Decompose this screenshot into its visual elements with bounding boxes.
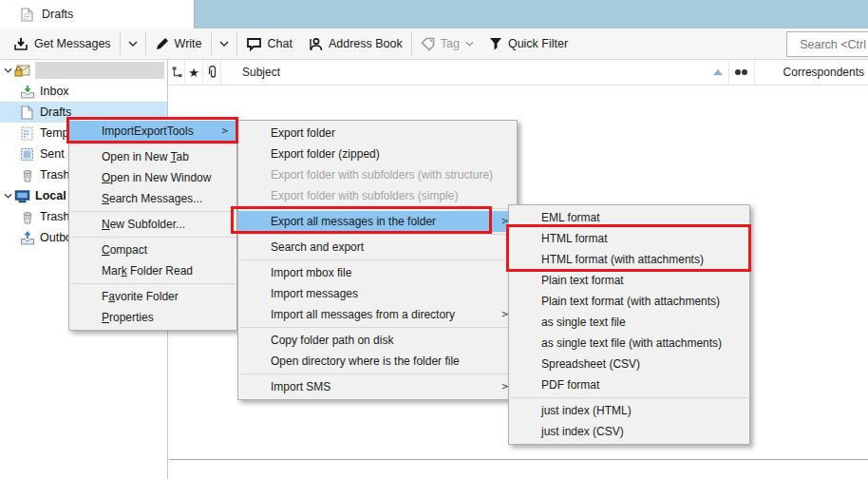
menu-item-compact[interactable]: Compact <box>69 240 236 260</box>
subject-column-label: Subject <box>242 66 280 79</box>
subject-column-header[interactable]: Subject <box>221 60 708 86</box>
starred-column-header[interactable]: ★ <box>185 60 203 86</box>
menu-item-as-single-text-file-with-attachments[interactable]: as single text file (with attachments) <box>509 333 749 354</box>
menu-item-label: Properties <box>102 311 154 324</box>
get-messages-dropdown[interactable] <box>122 31 144 56</box>
folder-label: Inbox <box>40 85 69 98</box>
trash-icon <box>19 209 35 224</box>
menu-item-label: Open in New Window <box>102 171 211 184</box>
correspondents-icon <box>734 68 748 76</box>
menu-item-mark-folder-read[interactable]: Mark Folder Read <box>69 260 236 281</box>
tab-label: Drafts <box>42 8 73 21</box>
chat-bubble-icon <box>246 37 262 51</box>
menu-item-copy-folder-path-on-disk[interactable]: Copy folder path on disk <box>238 330 517 351</box>
menu-item-label: Favorite Folder <box>102 290 179 303</box>
menu-item-import-mbox-file[interactable]: Import mbox file <box>238 262 517 283</box>
quick-filter-label: Quick Filter <box>508 37 568 50</box>
menu-item-new-subfolder[interactable]: New Subfolder... <box>69 214 236 235</box>
toolbar-separator <box>236 32 237 55</box>
menu-item-label: Copy folder path on disk <box>271 334 393 347</box>
menu-item-open-directory-where-is-the-folder-file[interactable]: Open directory where is the folder file <box>238 351 517 372</box>
write-pencil-icon <box>155 37 169 51</box>
drafts-icon <box>19 105 35 120</box>
write-button[interactable]: Write <box>147 31 210 56</box>
correspondents-column-header[interactable]: Correspondents <box>755 66 868 79</box>
tab-document-icon <box>21 8 33 22</box>
chat-label: Chat <box>268 37 292 50</box>
quick-filter-button[interactable]: Quick Filter <box>481 31 576 56</box>
get-messages-button[interactable]: Get Messages <box>6 31 119 56</box>
folder-row-inbox[interactable]: Inbox <box>0 81 167 102</box>
menu-item-pdf-format[interactable]: PDF format <box>509 374 749 395</box>
menu-item-open-in-new-window[interactable]: Open in New Window <box>69 167 236 188</box>
menu-item-label: Mark Folder Read <box>102 264 193 278</box>
importexporttools-submenu: Export folderExport folder (zipped)Expor… <box>237 120 518 400</box>
menu-item-just-index-html[interactable]: just index (HTML) <box>509 400 749 421</box>
menu-item-plain-text-format-with-attachments[interactable]: Plain text format (with attachments) <box>509 291 749 312</box>
paperclip-icon <box>208 66 217 79</box>
menu-item-search-messages[interactable]: Search Messages... <box>69 188 236 209</box>
menu-item-label: Export folder <box>271 126 335 140</box>
menu-item-label: Import mbox file <box>271 266 351 279</box>
expand-chevron-icon[interactable] <box>2 193 14 199</box>
menu-item-open-in-new-tab[interactable]: Open in New Tab <box>69 146 236 167</box>
menu-item-label: Plain text format (with attachments) <box>541 295 720 308</box>
menu-item-label: Import SMS <box>271 380 330 393</box>
expand-chevron-icon[interactable] <box>2 67 14 73</box>
correspondents-column-label: Correspondents <box>783 66 864 79</box>
menu-item-export-folder-with-subfolders-simple: Export folder with subfolders (simple) <box>238 185 517 206</box>
get-messages-icon <box>13 37 28 51</box>
menu-item-label: EML format <box>541 211 600 224</box>
thread-column-header[interactable] <box>169 60 185 86</box>
address-book-button[interactable]: Address Book <box>300 31 410 56</box>
trash-icon <box>19 167 35 182</box>
menu-item-label: Export folder (zipped) <box>271 147 380 161</box>
menu-item-properties[interactable]: Properties <box>69 307 236 328</box>
chevron-down-icon <box>465 41 474 47</box>
menu-item-search-and-export[interactable]: Search and export <box>238 237 517 258</box>
menu-item-export-folder-zipped[interactable]: Export folder (zipped) <box>238 144 517 164</box>
menu-item-label: Compact <box>102 243 147 257</box>
tab-bar: Drafts <box>0 0 868 29</box>
menu-item-spreadsheet-csv[interactable]: Spreadsheet (CSV) <box>509 354 749 374</box>
submenu-arrow-icon: > <box>501 304 508 325</box>
menu-separator <box>239 234 516 235</box>
menu-separator <box>70 237 236 238</box>
menu-item-export-folder-with-subfolders-with-structure: Export folder with subfolders (with stru… <box>238 164 517 185</box>
write-dropdown[interactable] <box>213 31 236 56</box>
folder-label: Trash <box>40 168 70 182</box>
search-input[interactable]: Search <Ctrl <box>786 31 868 57</box>
menu-item-as-single-text-file[interactable]: as single text file <box>509 312 749 333</box>
menu-item-just-index-csv[interactable]: just index (CSV) <box>509 421 749 442</box>
menu-item-label: Spreadsheet (CSV) <box>541 357 640 371</box>
menu-item-import-all-messages-from-a-directory[interactable]: Import all messages from a directory> <box>238 304 517 325</box>
menu-item-plain-text-format[interactable]: Plain text format <box>509 270 749 291</box>
menu-item-export-folder[interactable]: Export folder <box>238 123 517 144</box>
menu-item-import-messages[interactable]: Import messages <box>238 283 517 304</box>
folder-context-menu: ImportExportTools>Open in New TabOpen in… <box>68 118 237 331</box>
toolbar-separator <box>211 32 212 55</box>
thread-list-header: ★ Subject Correspondents <box>169 60 868 86</box>
tab-drafts[interactable]: Drafts <box>0 0 195 29</box>
tag-icon <box>421 37 435 51</box>
menu-item-label: PDF format <box>541 378 599 392</box>
menu-item-label: New Subfolder... <box>102 218 185 231</box>
tag-label: Tag <box>441 37 460 50</box>
account-name-redacted <box>35 62 164 79</box>
folder-label: Trash <box>40 210 70 223</box>
attachment-column-header[interactable] <box>203 60 221 86</box>
menu-item-favorite-folder[interactable]: Favorite Folder <box>69 286 236 307</box>
account-row[interactable] <box>0 60 167 81</box>
annotation-box-export-all-messages <box>231 206 492 234</box>
menu-item-label: Open in New Tab <box>102 150 189 163</box>
menu-item-import-sms[interactable]: Import SMS> <box>238 376 517 397</box>
message-pane-divider[interactable] <box>169 459 868 460</box>
inbox-icon <box>19 84 35 99</box>
outbox-icon <box>19 230 35 245</box>
menu-item-label: Search Messages... <box>102 192 202 205</box>
correspondents-icon-cell[interactable] <box>728 60 755 86</box>
sort-ascending-icon[interactable] <box>713 69 723 75</box>
menu-item-label: as single text file (with attachments) <box>541 336 722 350</box>
write-label: Write <box>175 37 202 50</box>
chat-button[interactable]: Chat <box>238 31 300 56</box>
